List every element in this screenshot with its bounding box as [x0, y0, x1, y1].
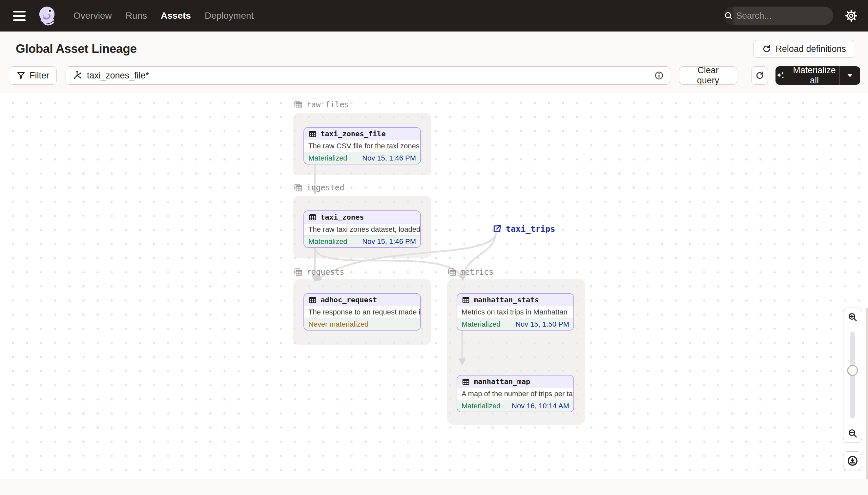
status-badge: Materialized — [462, 320, 501, 328]
materialization-timestamp: Nov 16, 10:14 AM — [512, 402, 569, 410]
table-icon — [308, 130, 317, 138]
group-tables-icon — [293, 267, 303, 277]
lineage-edges — [0, 92, 868, 479]
asset-node-taxi-zones-file[interactable]: taxi_zones_file The raw CSV file for the… — [303, 127, 421, 165]
reload-icon — [762, 44, 772, 54]
asset-graph-query-icon — [72, 70, 82, 81]
asset-name: adhoc_request — [320, 296, 377, 304]
asset-description: A map of the number of trips per taxi z.… — [457, 388, 573, 400]
asset-node-manhattan-map[interactable]: manhattan_map A map of the number of tri… — [457, 375, 574, 412]
group-tables-icon — [293, 183, 303, 193]
clear-query-button[interactable]: Clear query — [679, 66, 737, 85]
materialization-timestamp: Nov 15, 1:46 PM — [362, 237, 416, 246]
zoom-in-button[interactable] — [844, 308, 862, 326]
refresh-icon — [755, 71, 765, 81]
group-tables-icon — [447, 267, 457, 277]
materialize-all-button[interactable]: Materialize all — [776, 66, 860, 85]
zoom-slider-thumb[interactable] — [847, 365, 858, 376]
asset-node-adhoc-request[interactable]: adhoc_request The response to an request… — [303, 293, 421, 330]
materialization-timestamp: Nov 15, 1:46 PM — [362, 154, 416, 163]
refresh-button[interactable] — [751, 66, 768, 85]
materialization-timestamp: Nov 15, 1:50 PM — [515, 320, 569, 328]
table-icon — [308, 296, 317, 304]
group-label-raw-files[interactable]: raw_files — [293, 100, 349, 109]
gear-icon[interactable] — [843, 7, 860, 24]
download-icon — [847, 455, 858, 467]
caret-down-icon — [847, 73, 853, 78]
status-badge: Materialized — [462, 402, 501, 410]
primary-nav: Overview Runs Assets Deployment — [73, 11, 253, 21]
dagster-logo[interactable] — [37, 5, 58, 26]
sparkles-icon — [776, 70, 785, 81]
table-icon — [462, 377, 470, 386]
asset-query-box[interactable] — [66, 66, 670, 85]
group-label-ingested[interactable]: ingested — [293, 183, 344, 193]
lineage-canvas[interactable]: raw_files ingested requests metrics — [0, 92, 868, 479]
info-icon[interactable] — [654, 71, 664, 81]
group-label-metrics[interactable]: metrics — [447, 267, 493, 277]
external-asset-taxi-trips[interactable]: taxi_trips — [492, 224, 555, 234]
group-label-requests[interactable]: requests — [293, 267, 344, 277]
reload-definitions-button[interactable]: Reload definitions — [754, 40, 854, 58]
filter-funnel-icon — [16, 71, 25, 80]
asset-query-input[interactable] — [87, 71, 650, 81]
top-nav-bar: Overview Runs Assets Deployment / — [0, 0, 868, 32]
zoom-slider[interactable] — [844, 326, 862, 424]
filter-button[interactable]: Filter — [9, 66, 57, 85]
download-image-button[interactable] — [843, 451, 862, 471]
asset-description: The response to an request made in th... — [304, 306, 420, 318]
status-badge: Never materialized — [308, 320, 368, 328]
table-icon — [462, 296, 470, 304]
zoom-control-panel — [843, 308, 862, 443]
asset-name: manhattan_stats — [474, 296, 539, 304]
nav-item-runs[interactable]: Runs — [126, 11, 147, 21]
asset-description: The raw taxi zones dataset, loaded int..… — [304, 224, 420, 235]
asset-node-manhattan-stats[interactable]: manhattan_stats Metrics on taxi trips in… — [457, 293, 574, 330]
asset-node-taxi-zones[interactable]: taxi_zones The raw taxi zones dataset, l… — [303, 210, 421, 248]
asset-name: taxi_zones — [320, 213, 364, 221]
nav-item-deployment[interactable]: Deployment — [205, 11, 253, 21]
group-tables-icon — [293, 100, 303, 109]
status-badge: Materialized — [308, 154, 348, 163]
asset-description: The raw CSV file for the taxi zones dat.… — [304, 140, 420, 152]
search-input[interactable] — [733, 11, 833, 21]
zoom-in-icon — [847, 312, 858, 322]
zoom-out-button[interactable] — [844, 424, 862, 443]
global-search[interactable]: / — [724, 6, 833, 25]
zoom-out-icon — [847, 428, 858, 439]
asset-name: taxi_zones_file — [320, 130, 386, 138]
asset-name: manhattan_map — [474, 377, 530, 386]
status-badge: Materialized — [308, 237, 348, 246]
vertical-scrollbar[interactable] — [866, 308, 868, 479]
nav-item-overview[interactable]: Overview — [73, 11, 112, 21]
table-icon — [308, 213, 317, 222]
asset-description: Metrics on taxi trips in Manhattan — [457, 306, 573, 318]
page-title: Global Asset Lineage — [16, 42, 137, 56]
materialize-options-dropdown[interactable] — [840, 73, 860, 78]
external-link-icon — [492, 224, 502, 234]
menu-icon[interactable] — [13, 7, 30, 24]
nav-item-assets[interactable]: Assets — [161, 11, 191, 21]
search-icon — [724, 6, 733, 25]
